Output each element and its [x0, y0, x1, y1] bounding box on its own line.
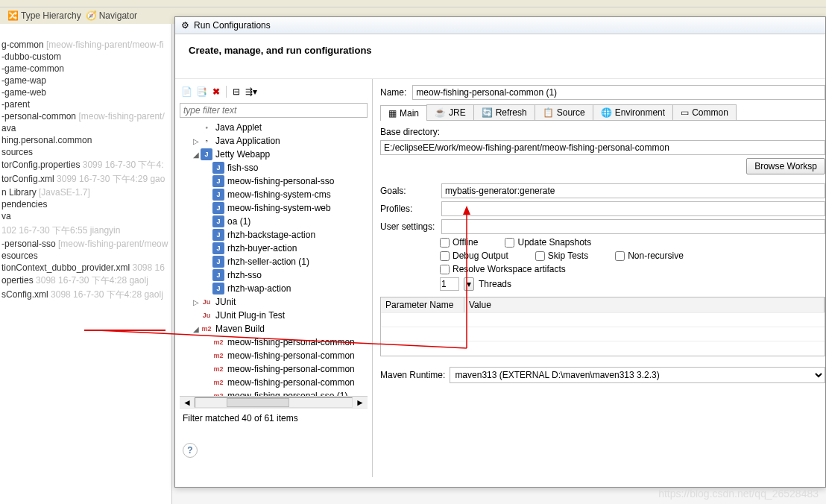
dialog-header-text: Create, manage, and run configurations — [189, 45, 812, 56]
project-explorer[interactable]: g-common [meow-fishing-parent/meow-fi-du… — [0, 24, 172, 504]
filter-button[interactable]: ⇶▾ — [245, 85, 258, 98]
tree-node[interactable]: m2meow-fishing-personal-common — [180, 376, 368, 389]
type-hierarchy-tab[interactable]: 🔀 Type Hierarchy — [7, 10, 81, 21]
tree-node[interactable]: Jrhzh-buyer-action — [180, 242, 368, 255]
tree-node[interactable]: Jrhzh-seller-action (1) — [180, 255, 368, 268]
tree-node[interactable]: Jmeow-fishing-system-web — [180, 201, 368, 215]
tab-main[interactable]: ▦ Main — [380, 105, 427, 121]
tree-hscrollbar[interactable]: ◄► — [180, 396, 368, 408]
tab-common[interactable]: ▭ Common — [672, 104, 737, 120]
user-settings-input[interactable] — [441, 219, 825, 234]
help-icon[interactable]: ? — [183, 443, 198, 458]
tab-jre[interactable]: ☕ JRE — [426, 104, 474, 120]
tree-node[interactable]: Jrhzh-sso — [180, 268, 368, 282]
project-item[interactable]: torConfig.xml 3099 16-7-30 下午4:29 gao — [0, 172, 171, 186]
project-item[interactable]: torConfig.properties 3099 16-7-30 下午4: — [0, 158, 171, 172]
tree-node[interactable]: m2meow-fishing-personal-common — [180, 336, 368, 349]
project-item[interactable]: tionContext_dubbo_provider.xml 3098 16 — [0, 262, 171, 274]
project-item[interactable]: hing.personal.common — [0, 134, 171, 146]
param-value-header: Value — [464, 297, 825, 312]
type-hierarchy-label: Type Hierarchy — [21, 10, 81, 21]
tree-filter-input[interactable] — [180, 103, 368, 118]
project-item[interactable]: ava — [0, 122, 171, 134]
parameters-table[interactable]: Parameter Name Value — [380, 297, 825, 356]
tab-environment[interactable]: 🌐 Environment — [593, 104, 673, 120]
base-dir-label: Base directory: — [380, 127, 440, 137]
tree-node[interactable]: Jmeow-fishing-system-cms — [180, 188, 368, 201]
profiles-label: Profiles: — [380, 204, 437, 214]
debug-output-checkbox[interactable]: Debug Output — [440, 251, 508, 261]
threads-dropdown[interactable]: ▾ — [464, 277, 474, 291]
collapse-button[interactable]: ⊟ — [230, 85, 243, 98]
tree-node[interactable]: Joa (1) — [180, 215, 368, 228]
tree-node[interactable]: JuJUnit Plug-in Test — [180, 309, 368, 322]
goals-label: Goals: — [380, 186, 437, 196]
project-item[interactable]: n Library [JavaSE-1.7] — [0, 186, 171, 198]
base-dir-input[interactable] — [380, 140, 825, 155]
project-item[interactable]: -parent — [0, 98, 171, 110]
offline-checkbox[interactable]: Offline — [440, 237, 478, 248]
navigator-label: Navigator — [99, 10, 137, 21]
project-item[interactable]: pendencies — [0, 198, 171, 210]
tree-node[interactable]: m2meow-fishing-personal-common — [180, 362, 368, 376]
config-tree[interactable]: ▫Java Applet▷▫Java Application◢JJetty We… — [180, 121, 368, 396]
project-item[interactable]: -personal-sso [meow-fishing-parent/meow — [0, 238, 171, 250]
project-item[interactable]: 102 16-7-30 下午6:55 jiangyin — [0, 224, 171, 238]
profiles-input[interactable] — [441, 201, 825, 216]
browse-workspace-button[interactable]: Browse Worksp — [746, 158, 825, 174]
run-configurations-dialog: ⚙ Run Configurations Create, manage, and… — [174, 16, 826, 488]
maven-runtime-label: Maven Runtime: — [380, 370, 445, 380]
project-item[interactable]: esources — [0, 250, 171, 262]
tree-node[interactable]: ▫Java Applet — [180, 121, 368, 134]
skip-tests-checkbox[interactable]: Skip Tests — [535, 251, 588, 261]
config-tree-panel: 📄 📑 ✖ ⊟ ⇶▾ ▫Java Applet▷▫Java Applicatio… — [175, 79, 373, 477]
project-item[interactable]: sources — [0, 146, 171, 158]
delete-config-button[interactable]: ✖ — [209, 85, 223, 98]
main-toolbar — [0, 0, 826, 7]
tree-node[interactable]: Jrhzh-wap-action — [180, 282, 368, 295]
tree-node[interactable]: ◢JJetty Webapp — [180, 148, 368, 161]
dialog-header: Create, manage, and run configurations — [175, 34, 825, 79]
name-input[interactable] — [412, 85, 825, 100]
user-settings-label: User settings: — [380, 221, 437, 232]
param-name-header: Parameter Name — [381, 297, 464, 312]
tree-node[interactable]: m2meow-fishing-personal-sso (1) — [180, 389, 368, 396]
resolve-workspace-checkbox[interactable]: Resolve Workspace artifacts — [440, 264, 566, 274]
watermark: https://blog.csdn.net/qq_26528483 — [658, 488, 819, 500]
new-config-button[interactable]: 📄 — [180, 85, 193, 98]
hierarchy-icon: 🔀 — [7, 10, 18, 21]
dialog-titlebar[interactable]: ⚙ Run Configurations — [175, 17, 825, 34]
tab-refresh[interactable]: 🔄 Refresh — [473, 104, 535, 120]
threads-label: Threads — [479, 279, 511, 289]
project-item[interactable]: g-common [meow-fishing-parent/meow-fi — [0, 39, 171, 51]
project-item[interactable]: operties 3098 16-7-30 下午4:28 gaolj — [0, 274, 171, 288]
tree-node[interactable]: Jfish-sso — [180, 161, 368, 174]
tab-source[interactable]: 📋 Source — [535, 104, 593, 120]
update-snapshots-checkbox[interactable]: Update Snapshots — [505, 237, 591, 248]
duplicate-config-button[interactable]: 📑 — [195, 85, 208, 98]
project-item[interactable]: -personal-common [meow-fishing-parent/ — [0, 110, 171, 122]
config-tabstrip: ▦ Main☕ JRE🔄 Refresh📋 Source🌐 Environmen… — [380, 104, 825, 121]
tree-node[interactable]: ▷JuJUnit — [180, 295, 368, 309]
navigator-icon: 🧭 — [86, 10, 96, 21]
maven-runtime-select[interactable]: maven313 (EXTERNAL D:\maven\maven313 3.2… — [450, 367, 825, 383]
project-item[interactable]: sConfig.xml 3098 16-7-30 下午4:28 gaolj — [0, 288, 171, 302]
config-form: Name: ▦ Main☕ JRE🔄 Refresh📋 Source🌐 Envi… — [373, 79, 825, 477]
project-item[interactable]: -game-wap — [0, 75, 171, 86]
tree-node[interactable]: m2meow-fishing-personal-common — [180, 349, 368, 362]
goals-input[interactable] — [441, 183, 825, 198]
tree-node[interactable]: Jmeow-fishing-personal-sso — [180, 174, 368, 188]
tree-node[interactable]: ▷▫Java Application — [180, 134, 368, 148]
project-item[interactable]: -game-web — [0, 86, 171, 98]
tree-toolbar: 📄 📑 ✖ ⊟ ⇶▾ — [180, 84, 368, 103]
navigator-tab[interactable]: 🧭 Navigator — [86, 10, 137, 21]
dialog-title-text: Run Configurations — [194, 20, 271, 31]
tree-node[interactable]: ◢m2Maven Build — [180, 322, 368, 336]
tree-node[interactable]: Jrhzh-backstage-action — [180, 228, 368, 242]
run-icon: ⚙ — [181, 20, 189, 31]
project-item[interactable]: -game-common — [0, 63, 171, 75]
non-recursive-checkbox[interactable]: Non-recursive — [615, 251, 684, 261]
project-item[interactable]: -dubbo-custom — [0, 51, 171, 63]
project-item[interactable]: va — [0, 210, 171, 222]
threads-input[interactable] — [440, 277, 459, 291]
